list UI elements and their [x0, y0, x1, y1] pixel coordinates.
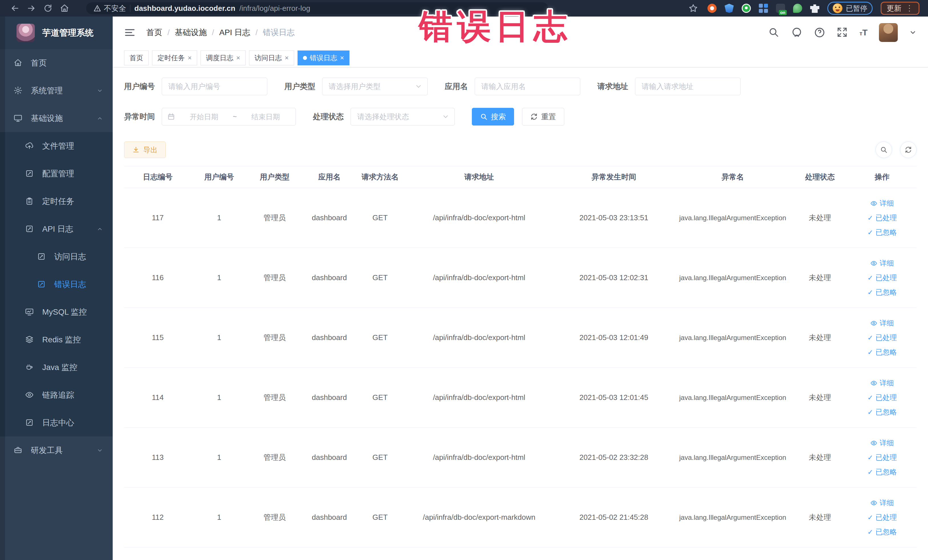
- github-icon[interactable]: [791, 27, 803, 38]
- sidebar-item-config[interactable]: 配置管理: [0, 160, 113, 188]
- ignored-link[interactable]: ✓已忽略: [867, 527, 897, 537]
- ignored-link[interactable]: ✓已忽略: [867, 407, 897, 417]
- ignored-link[interactable]: ✓已忽略: [867, 288, 897, 297]
- detail-link[interactable]: 详细: [870, 318, 894, 328]
- exception-time-range-picker[interactable]: 开始日期 ~ 结束日期: [162, 108, 296, 125]
- search-button[interactable]: 搜索: [472, 108, 514, 125]
- column-header: 异常发生时间: [554, 166, 673, 188]
- app-name-label: 应用名: [445, 81, 468, 92]
- breadcrumb-item[interactable]: 基础设施: [175, 27, 207, 38]
- extension-icon[interactable]: [742, 4, 751, 13]
- user-id-input[interactable]: [162, 78, 267, 95]
- processed-link[interactable]: ✓已处理: [867, 213, 897, 223]
- app-name-input[interactable]: [475, 78, 580, 95]
- view-tab-0[interactable]: 首页: [124, 50, 149, 65]
- hamburger-icon[interactable]: [124, 27, 136, 38]
- sidebar-item-mysql[interactable]: MySQL 监控: [0, 298, 113, 326]
- detail-link[interactable]: 详细: [870, 498, 894, 508]
- detail-link[interactable]: 详细: [870, 198, 894, 208]
- cell-app: dashboard: [302, 488, 356, 548]
- ignored-link[interactable]: ✓已忽略: [867, 467, 897, 477]
- back-icon[interactable]: [9, 2, 21, 15]
- extensions-puzzle-icon[interactable]: [810, 4, 819, 13]
- sidebar-item-file[interactable]: 文件管理: [0, 132, 113, 160]
- breadcrumb-item[interactable]: API 日志: [219, 27, 250, 38]
- logo-title: 芋道管理系统: [42, 27, 93, 39]
- view-tab-3[interactable]: 访问日志×: [249, 50, 294, 65]
- logo[interactable]: 芋道管理系统: [0, 17, 113, 49]
- extension-on-icon[interactable]: [776, 4, 785, 13]
- extension-shield-icon[interactable]: [725, 4, 734, 13]
- processed-link[interactable]: ✓已处理: [867, 453, 897, 462]
- eye-icon: [25, 391, 34, 400]
- reset-button[interactable]: 重置: [522, 108, 564, 125]
- close-icon[interactable]: ×: [236, 55, 240, 61]
- export-button[interactable]: 导出: [124, 142, 166, 158]
- close-icon[interactable]: ×: [285, 55, 289, 61]
- bookmark-star-icon[interactable]: [687, 2, 699, 15]
- sidebar-item-dev-tools[interactable]: 研发工具: [0, 436, 113, 464]
- cell-user_type: 管理员: [247, 248, 302, 308]
- detail-link[interactable]: 详细: [870, 258, 894, 268]
- toggle-search-button[interactable]: [876, 142, 892, 158]
- cell-exception: java.lang.IllegalArgumentException: [673, 428, 792, 488]
- sidebar-item-infra[interactable]: 基础设施: [0, 104, 113, 132]
- processed-link[interactable]: ✓已处理: [867, 273, 897, 282]
- close-icon[interactable]: ×: [340, 55, 344, 61]
- ignored-link[interactable]: ✓已忽略: [867, 227, 897, 237]
- extension-grid-icon[interactable]: [759, 4, 768, 13]
- fullscreen-icon[interactable]: [837, 27, 848, 38]
- sidebar-item-redis[interactable]: Redis 监控: [0, 326, 113, 354]
- divider: [130, 5, 130, 12]
- cell-user_id: 1: [191, 428, 247, 488]
- detail-link[interactable]: 详细: [870, 438, 894, 448]
- extension-icon[interactable]: [707, 4, 717, 13]
- breadcrumb-item[interactable]: 首页: [147, 27, 162, 38]
- view-tab-1[interactable]: 定时任务×: [152, 50, 197, 65]
- cell-exception: java.lang.IllegalArgumentException: [673, 488, 792, 548]
- chevron-down-icon[interactable]: [909, 29, 917, 36]
- sidebar-item-log-center[interactable]: 日志中心: [0, 409, 113, 436]
- view-tab-2[interactable]: 调度日志×: [200, 50, 246, 65]
- browser-home-icon[interactable]: [58, 2, 71, 15]
- avatar[interactable]: [879, 23, 898, 42]
- refresh-table-button[interactable]: [900, 142, 917, 158]
- extension-leaf-icon[interactable]: [793, 4, 802, 13]
- logo-image: [17, 24, 35, 42]
- sidebar-item-job[interactable]: 定时任务: [0, 188, 113, 215]
- cell-method: GET: [356, 428, 404, 488]
- ignored-link[interactable]: ✓已忽略: [867, 348, 897, 357]
- update-button[interactable]: 更新 ⋮: [881, 2, 919, 15]
- eye-icon: [870, 380, 877, 386]
- help-icon[interactable]: [814, 27, 825, 38]
- reload-icon[interactable]: [42, 2, 54, 15]
- forward-icon[interactable]: [25, 2, 38, 15]
- processed-link[interactable]: ✓已处理: [867, 513, 897, 522]
- close-icon[interactable]: ×: [188, 55, 192, 61]
- sidebar-item-tracer[interactable]: 链路追踪: [0, 381, 113, 409]
- font-size-icon[interactable]: тT: [859, 27, 867, 37]
- check-icon: ✓: [867, 514, 873, 521]
- view-tab-4[interactable]: 错误日志×: [298, 50, 350, 65]
- view-tab-label: 错误日志: [310, 53, 337, 63]
- request-url-input[interactable]: [635, 78, 740, 95]
- column-header: 请求方法名: [356, 166, 404, 188]
- process-status-select[interactable]: 请选择处理状态: [351, 108, 455, 125]
- processed-link[interactable]: ✓已处理: [867, 393, 897, 402]
- detail-link[interactable]: 详细: [870, 378, 894, 388]
- user-type-select[interactable]: 请选择用户类型: [322, 78, 427, 95]
- cell-id: 112: [124, 488, 191, 548]
- search-icon[interactable]: [768, 27, 780, 38]
- refresh-icon: [905, 146, 912, 154]
- profile-emoji-icon: [833, 3, 843, 13]
- processed-link[interactable]: ✓已处理: [867, 333, 897, 342]
- sidebar-item-java[interactable]: Java 监控: [0, 354, 113, 381]
- sidebar-item-api-log[interactable]: API 日志: [0, 215, 113, 243]
- profile-chip[interactable]: 已暂停: [827, 2, 873, 15]
- kebab-menu-icon[interactable]: ⋮: [905, 6, 913, 11]
- sidebar-item-error-log[interactable]: 错误日志: [0, 270, 113, 298]
- sidebar-item-system[interactable]: 系统管理: [0, 77, 113, 104]
- sidebar-item-access-log[interactable]: 访问日志: [0, 243, 113, 270]
- sidebar-item-home[interactable]: 首页: [0, 49, 113, 77]
- start-date-placeholder: 开始日期: [179, 112, 229, 122]
